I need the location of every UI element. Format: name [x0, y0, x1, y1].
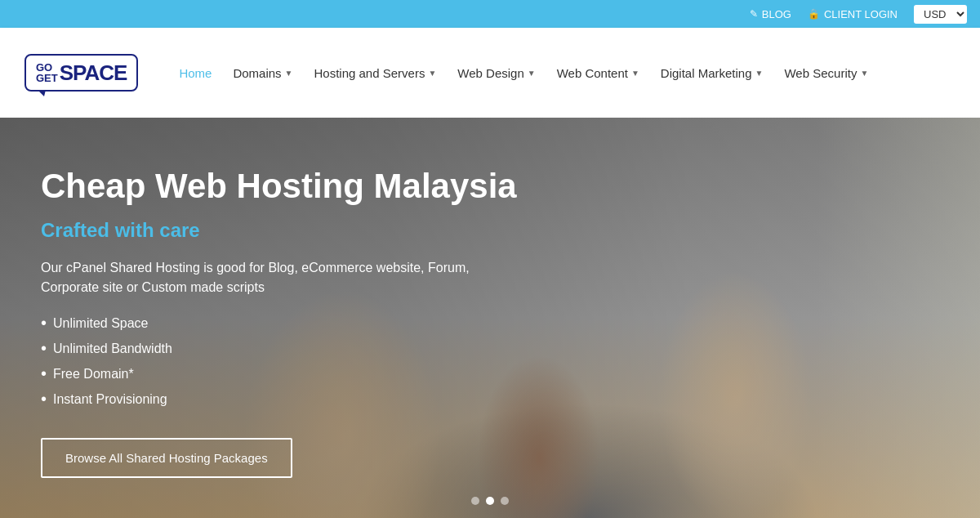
hero-subtitle: Crafted with care: [41, 219, 531, 242]
lock-icon: 🔒: [808, 8, 820, 20]
chevron-down-icon: ▼: [631, 69, 639, 78]
logo-space: SPACE: [60, 62, 127, 83]
nav-label-home: Home: [179, 66, 212, 80]
blog-label: BLOG: [762, 8, 791, 20]
currency-select[interactable]: USD MYR EUR GBP: [914, 5, 967, 24]
logo-get: GET: [36, 73, 58, 83]
hero-section: Cheap Web Hosting Malaysia Crafted with …: [0, 118, 980, 518]
chevron-down-icon: ▼: [428, 69, 436, 78]
nav-label-digital-marketing: Digital Marketing: [661, 66, 752, 80]
hero-description: Our cPanel Shared Hosting is good for Bl…: [41, 258, 531, 297]
nav-item-hosting[interactable]: Hosting and Servers ▼: [306, 60, 445, 87]
nav-label-hosting: Hosting and Servers: [314, 66, 425, 80]
chevron-down-icon: ▼: [285, 69, 293, 78]
hero-features-list: Unlimited Space Unlimited Bandwidth Free…: [41, 314, 531, 409]
chevron-down-icon: ▼: [755, 69, 764, 78]
nav-label-web-design: Web Design: [457, 66, 523, 80]
hero-feature-3: Free Domain*: [41, 364, 531, 383]
chevron-down-icon: ▼: [860, 69, 868, 78]
chevron-down-icon: ▼: [528, 69, 536, 78]
nav-label-web-content: Web Content: [557, 66, 628, 80]
nav-item-web-design[interactable]: Web Design ▼: [449, 60, 543, 87]
nav-links: Home Domains ▼ Hosting and Servers ▼ Web…: [171, 60, 956, 87]
logo[interactable]: GO GET SPACE: [24, 54, 138, 92]
cta-button[interactable]: Browse All Shared Hosting Packages: [41, 438, 292, 478]
login-label: CLIENT LOGIN: [824, 8, 898, 20]
carousel-dots: [471, 497, 509, 505]
carousel-dot-2[interactable]: [486, 497, 494, 505]
cta-label: Browse All Shared Hosting Packages: [65, 451, 268, 465]
nav-label-domains: Domains: [233, 66, 281, 80]
hero-feature-1: Unlimited Space: [41, 314, 531, 333]
nav-label-web-security: Web Security: [784, 66, 857, 80]
hero-window-decoration: [817, 118, 980, 518]
blog-link[interactable]: ✎ BLOG: [750, 8, 791, 20]
blog-icon: ✎: [750, 8, 758, 20]
nav-item-digital-marketing[interactable]: Digital Marketing ▼: [653, 60, 772, 87]
hero-content: Cheap Web Hosting Malaysia Crafted with …: [0, 118, 572, 518]
hero-feature-4: Instant Provisioning: [41, 390, 531, 409]
login-link[interactable]: 🔒 CLIENT LOGIN: [808, 8, 898, 20]
nav-item-web-content[interactable]: Web Content ▼: [549, 60, 648, 87]
nav-item-domains[interactable]: Domains ▼: [225, 60, 301, 87]
hero-title: Cheap Web Hosting Malaysia: [41, 167, 531, 206]
nav-bar: GO GET SPACE Home Domains ▼ Hosting and …: [0, 28, 980, 118]
nav-item-home[interactable]: Home: [171, 60, 220, 87]
top-bar: ✎ BLOG 🔒 CLIENT LOGIN USD MYR EUR GBP: [0, 0, 980, 28]
hero-feature-2: Unlimited Bandwidth: [41, 339, 531, 358]
carousel-dot-1[interactable]: [471, 497, 479, 505]
carousel-dot-3[interactable]: [501, 497, 509, 505]
nav-item-web-security[interactable]: Web Security ▼: [776, 60, 876, 87]
